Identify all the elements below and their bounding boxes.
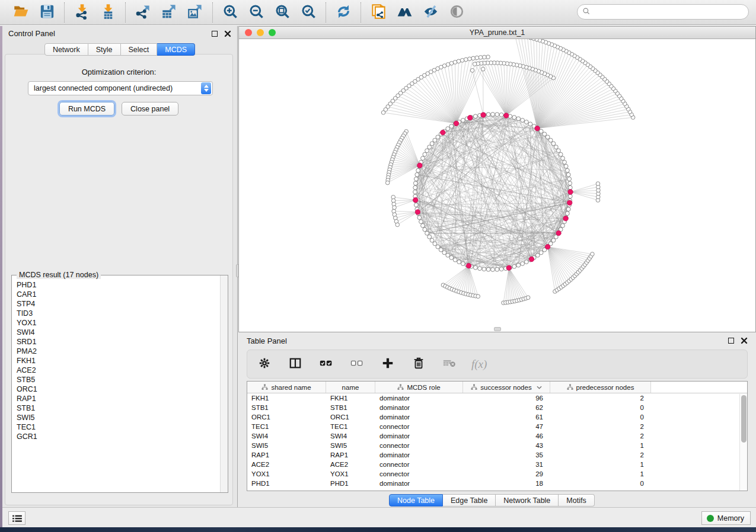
zoom-selected-button[interactable] [297, 2, 320, 23]
result-node[interactable]: FKH1 [17, 356, 219, 366]
split-panel-icon [289, 357, 302, 371]
tab-network[interactable]: Network [44, 43, 88, 56]
task-monitor-button[interactable] [8, 511, 25, 525]
result-node[interactable]: PHD1 [17, 280, 219, 290]
cell-shared-name: FKH1 [247, 393, 326, 403]
select-all-rows-icon [320, 357, 333, 371]
import-table-button[interactable] [97, 2, 119, 23]
export-image-button[interactable] [184, 2, 206, 23]
table-settings-button[interactable] [256, 354, 273, 374]
float-table-panel-icon[interactable] [727, 337, 735, 345]
table-row[interactable]: ORC1ORC1dominator610 [247, 412, 747, 422]
column-header-shared-name[interactable]: shared name [247, 382, 326, 393]
cell-name: SWI4 [326, 431, 375, 441]
result-node[interactable]: GCR1 [17, 432, 219, 441]
table-row[interactable]: TEC1TEC1connector472 [247, 422, 747, 431]
table-scrollbar-thumb[interactable] [741, 395, 747, 443]
result-node[interactable]: CAR1 [17, 290, 219, 299]
tab-node-table[interactable]: Node Table [389, 494, 443, 507]
result-scrollbar[interactable] [220, 275, 228, 492]
table-row[interactable]: SWI4SWI4dominator462 [247, 431, 747, 441]
memory-button[interactable]: Memory [701, 511, 751, 525]
close-panel-icon[interactable] [224, 30, 231, 37]
export-table-button[interactable] [158, 2, 180, 23]
tab-select[interactable]: Select [121, 43, 158, 56]
create-column-button[interactable] [379, 354, 397, 374]
result-node[interactable]: SWI5 [17, 413, 219, 422]
cell-MCDS-role: connector [375, 422, 463, 431]
deselect-all-rows-button[interactable] [348, 354, 366, 374]
cell-predecessor-nodes: 0 [550, 403, 651, 412]
result-node[interactable]: TID3 [17, 309, 219, 318]
close-window-icon[interactable] [245, 29, 252, 36]
result-node[interactable]: SWI4 [17, 328, 219, 337]
refresh-button[interactable] [332, 2, 355, 23]
hide-selected-icon [423, 4, 439, 21]
network-window-titlebar[interactable]: YPA_prune.txt_1 [239, 27, 755, 39]
tab-edge-table[interactable]: Edge Table [443, 494, 496, 507]
result-node[interactable]: RAP1 [17, 394, 219, 403]
horizontal-splitter-grip[interactable] [494, 327, 501, 331]
column-header-predecessor-nodes[interactable]: predecessor nodes [550, 382, 651, 393]
tab-network-table[interactable]: Network Table [496, 494, 559, 507]
cell-name: ACE2 [326, 460, 375, 469]
column-header-successor-nodes[interactable]: successor nodes [463, 382, 550, 393]
network-canvas[interactable] [239, 39, 755, 332]
export-network-icon [135, 4, 151, 21]
table-row[interactable]: ACE2ACE2connector311 [247, 460, 747, 469]
result-node[interactable]: STP4 [17, 299, 219, 309]
result-node[interactable]: YOX1 [17, 318, 219, 328]
run-mcds-button[interactable]: Run MCDS [59, 102, 114, 116]
tab-motifs[interactable]: Motifs [559, 494, 594, 507]
show-all-button[interactable] [445, 2, 468, 23]
search-input[interactable] [591, 6, 748, 18]
result-node[interactable]: STB1 [17, 403, 219, 413]
minimize-window-icon[interactable] [257, 29, 264, 36]
table-row[interactable]: FKH1FKH1dominator962 [247, 393, 747, 403]
table-scrollbar[interactable] [739, 394, 747, 491]
zoom-fit-button[interactable] [271, 2, 294, 23]
result-node[interactable]: SRD1 [17, 337, 219, 347]
zoom-in-button[interactable] [219, 2, 241, 23]
tab-mcds[interactable]: MCDS [157, 43, 195, 56]
select-all-rows-button[interactable] [317, 354, 335, 374]
column-header-name[interactable]: name [326, 382, 375, 393]
result-node[interactable]: STB5 [17, 375, 219, 384]
network-graph[interactable] [239, 39, 755, 332]
delete-columns-button[interactable] [410, 354, 428, 374]
result-node[interactable]: PMA2 [17, 347, 219, 356]
table-row[interactable]: YOX1YOX1connector291 [247, 469, 747, 479]
optimization-criterion-select[interactable]: largest connected component (undirected) [28, 81, 213, 95]
result-node[interactable]: ORC1 [17, 384, 219, 394]
cell-shared-name: STB1 [247, 403, 326, 412]
zoom-out-button[interactable] [245, 2, 267, 23]
table-row[interactable]: PHD1PHD1dominator180 [247, 479, 747, 488]
split-panel-button[interactable] [286, 354, 304, 374]
zoom-window-icon[interactable] [269, 29, 276, 36]
export-network-button[interactable] [132, 2, 154, 23]
cell-name: PHD1 [326, 479, 375, 488]
first-neighbors-button[interactable] [393, 2, 416, 23]
hide-selected-button[interactable] [419, 2, 442, 23]
cell-successor-nodes: 61 [463, 412, 550, 422]
table-row[interactable]: RAP1RAP1dominator352 [247, 450, 747, 460]
float-panel-icon[interactable] [210, 30, 218, 37]
import-network-button[interactable] [71, 2, 93, 23]
search-box[interactable] [577, 4, 749, 20]
close-table-panel-icon[interactable] [740, 337, 748, 345]
zoom-in-icon [222, 4, 238, 21]
save-session-button[interactable] [36, 2, 58, 23]
close-panel-button[interactable]: Close panel [122, 102, 178, 116]
node-table[interactable]: shared namenameMCDS rolesuccessor nodesp… [247, 381, 748, 491]
table-row[interactable]: STB1STB1dominator620 [247, 403, 747, 412]
table-row[interactable]: SWI5SWI5connector431 [247, 441, 747, 450]
result-node[interactable]: ACE2 [17, 366, 219, 375]
control-panel-tabs: NetworkStyleSelectMCDS [2, 43, 237, 56]
open-file-button[interactable] [9, 2, 32, 23]
status-bar: Memory [2, 507, 756, 527]
clone-network-button[interactable] [367, 2, 390, 23]
column-header-MCDS-role[interactable]: MCDS role [375, 382, 463, 393]
tab-style[interactable]: Style [88, 43, 121, 56]
result-node[interactable]: TEC1 [17, 422, 219, 432]
mcds-result-list[interactable]: PHD1CAR1STP4TID3YOX1SWI4SRD1PMA2FKH1ACE2… [12, 279, 219, 492]
